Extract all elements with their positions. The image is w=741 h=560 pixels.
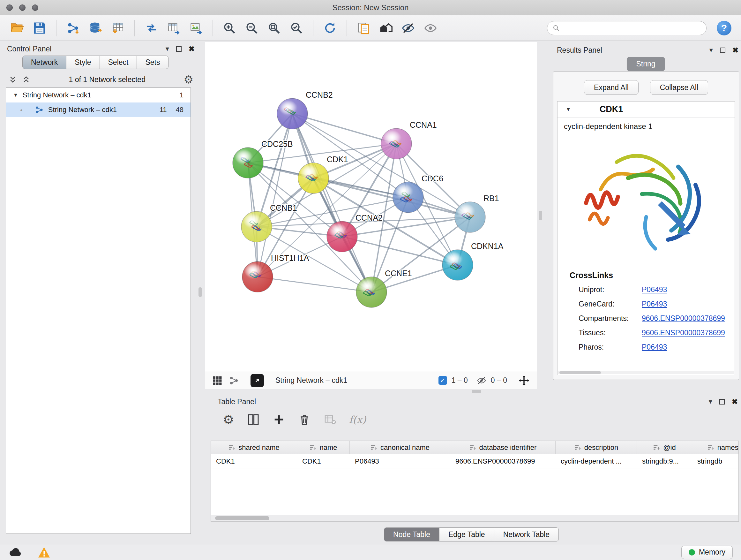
tab-sets[interactable]: Sets <box>137 56 169 69</box>
network-edge[interactable] <box>292 114 372 292</box>
network-node-ccne1[interactable]: CCNE1 <box>356 269 412 307</box>
export-table-button[interactable] <box>165 19 183 37</box>
selected-checkbox-icon[interactable]: ✓ <box>439 376 447 385</box>
import-network-database-button[interactable] <box>86 19 105 37</box>
network-node-cdc6[interactable]: CDC6 <box>393 174 443 212</box>
tab-node-table[interactable]: Node Table <box>384 527 440 542</box>
detach-view-button[interactable] <box>251 374 264 387</box>
share-view-icon[interactable] <box>229 375 239 386</box>
table-cell[interactable]: P06493 <box>350 454 450 468</box>
table-cell[interactable]: stringdb <box>692 454 739 468</box>
fit-content-crosshair-icon[interactable] <box>518 374 530 387</box>
network-node-cdc25b[interactable]: CDC25B <box>232 139 293 178</box>
network-canvas[interactable]: CCNB2CCNA1CDC25BCDK1CDC6RB1CCNB1CCNA2CDK… <box>205 42 537 372</box>
apply-layout-button[interactable] <box>321 19 339 37</box>
close-panel-icon[interactable]: ✖ <box>189 45 195 53</box>
network-view[interactable]: CCNB2CCNA1CDC25BCDK1CDC6RB1CCNB1CCNA2CDK… <box>205 42 537 372</box>
tree-expand-icon[interactable]: ▼ <box>13 92 18 98</box>
search-field[interactable] <box>547 21 706 35</box>
network-edge[interactable] <box>258 277 372 292</box>
zoom-in-button[interactable] <box>220 19 239 37</box>
cloud-icon[interactable] <box>8 547 23 558</box>
collapse-all-button[interactable]: Collapse All <box>650 80 708 95</box>
table-row[interactable]: CDK1CDK1P064939606.ENSP00000378699cyclin… <box>211 454 738 469</box>
crosslink-value-link[interactable]: P06493 <box>642 300 667 308</box>
zoom-out-button[interactable] <box>243 19 261 37</box>
tab-string[interactable]: String <box>626 57 665 71</box>
table-settings-gear-icon[interactable]: ⚙ <box>223 413 234 426</box>
section-collapse-icon[interactable]: ▼ <box>566 107 571 112</box>
network-edge[interactable] <box>292 114 396 144</box>
import-network-file-button[interactable] <box>64 19 82 37</box>
table-cell[interactable]: 9606.ENSP00000378699 <box>450 454 556 468</box>
network-node-cdk1[interactable]: CDK1 <box>298 155 348 193</box>
tab-network[interactable]: Network <box>22 56 66 69</box>
expand-all-button[interactable]: Expand All <box>584 80 638 95</box>
crosslink-value-link[interactable]: P06493 <box>642 343 667 352</box>
crosslink-value-link[interactable]: P06493 <box>642 286 667 294</box>
close-panel-icon[interactable]: ✖ <box>732 397 738 406</box>
gear-icon[interactable]: ⚙ <box>184 74 193 85</box>
table-horizontal-scrollbar[interactable] <box>211 515 738 521</box>
export-image-button[interactable] <box>187 19 205 37</box>
float-panel-icon[interactable] <box>720 48 725 53</box>
zoom-selected-button[interactable] <box>287 19 306 37</box>
collapse-all-tree-icon[interactable] <box>22 75 30 84</box>
right-splitter-handle[interactable] <box>539 211 542 220</box>
column-header-namespace[interactable]: namespace <box>692 441 739 454</box>
network-node-rb1[interactable]: RB1 <box>455 194 499 233</box>
tab-select[interactable]: Select <box>100 56 137 69</box>
show-graphics-button[interactable] <box>421 19 440 37</box>
network-node-hist1h1a[interactable]: HIST1H1A <box>242 253 309 292</box>
column-header-description[interactable]: description <box>556 441 637 454</box>
column-sort-icon <box>469 444 476 451</box>
hide-unhide-button[interactable] <box>399 19 417 37</box>
table-cell[interactable]: stringdb:9... <box>637 454 692 468</box>
help-button[interactable]: ? <box>717 21 731 36</box>
add-column-icon[interactable] <box>273 413 285 426</box>
column-header-canonical-name[interactable]: canonical name <box>350 441 450 454</box>
collapse-panel-icon[interactable]: ▾ <box>709 397 712 406</box>
memory-button[interactable]: Memory <box>681 546 733 559</box>
network-edge[interactable] <box>258 114 292 277</box>
show-columns-icon[interactable] <box>247 413 260 426</box>
bottom-splitter-handle[interactable] <box>472 390 481 393</box>
column-header-shared-name[interactable]: shared name <box>211 441 297 454</box>
delete-column-trash-icon[interactable] <box>298 413 311 426</box>
column-header--id[interactable]: @id <box>637 441 692 454</box>
warning-icon[interactable] <box>38 547 51 558</box>
table-cell[interactable]: cyclin-dependent ... <box>556 454 637 468</box>
hidden-eye-slash-icon[interactable] <box>477 376 486 385</box>
crosslink-value-link[interactable]: 9606.ENSP00000378699 <box>642 314 725 323</box>
copy-document-button[interactable] <box>354 19 373 37</box>
save-session-button[interactable] <box>30 19 49 37</box>
network-node-ccna1[interactable]: CCNA1 <box>381 120 437 159</box>
new-network-button[interactable] <box>142 19 160 37</box>
search-input[interactable] <box>563 24 701 32</box>
float-panel-icon[interactable] <box>719 399 725 405</box>
column-header-name[interactable]: name <box>297 441 350 454</box>
column-header-database-identifier[interactable]: database identifier <box>450 441 556 454</box>
home-button[interactable] <box>377 19 395 37</box>
open-session-button[interactable] <box>8 19 26 37</box>
results-scrollbar[interactable] <box>558 371 734 374</box>
network-collection-row[interactable]: ▼ String Network – cdk1 1 <box>6 88 191 103</box>
collapse-panel-icon[interactable]: ▾ <box>710 46 713 54</box>
float-panel-icon[interactable] <box>176 46 182 52</box>
collapse-panel-icon[interactable]: ▾ <box>165 45 169 53</box>
grid-view-icon[interactable] <box>212 375 222 386</box>
tab-edge-table[interactable]: Edge Table <box>440 527 494 542</box>
table-cell[interactable]: CDK1 <box>211 454 297 468</box>
tab-style[interactable]: Style <box>66 56 99 69</box>
crosslink-value-link[interactable]: 9606.ENSP00000378699 <box>642 328 725 337</box>
network-node-cdkn1a[interactable]: CDKN1A <box>442 242 503 280</box>
import-table-button[interactable] <box>109 19 127 37</box>
zoom-fit-button[interactable] <box>265 19 283 37</box>
close-panel-icon[interactable]: ✖ <box>732 46 738 55</box>
left-splitter-handle[interactable] <box>199 287 202 297</box>
table-cell[interactable]: CDK1 <box>297 454 350 468</box>
tab-network-table[interactable]: Network Table <box>494 527 559 542</box>
network-row[interactable]: ● String Network – cdk1 11 48 <box>6 103 191 117</box>
function-builder-fx-icon[interactable]: f(x) <box>349 414 366 425</box>
expand-all-tree-icon[interactable] <box>8 75 17 84</box>
